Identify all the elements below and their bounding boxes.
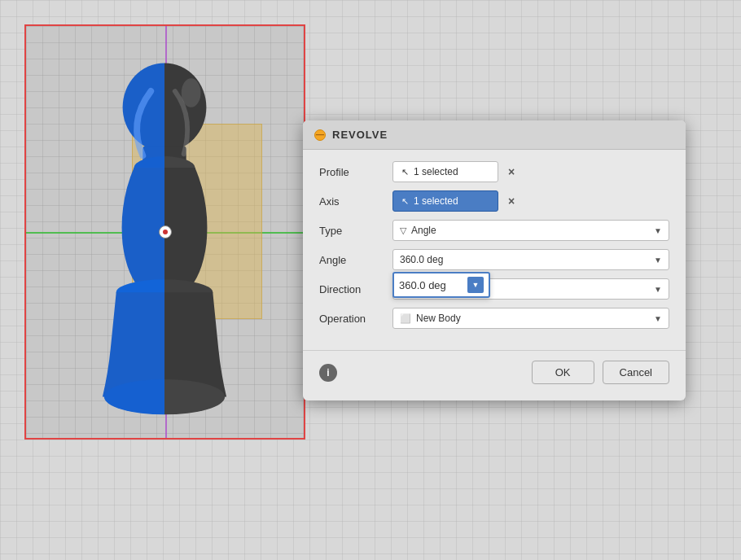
- ok-button[interactable]: OK: [532, 361, 594, 384]
- angle-label: Angle: [319, 254, 392, 266]
- angle-popup-value: 360.0 deg: [399, 279, 464, 291]
- type-label: Type: [319, 225, 392, 237]
- direction-label: Direction: [319, 283, 392, 295]
- info-icon: i: [327, 367, 329, 378]
- angle-input-value: 360.0 deg: [400, 254, 443, 265]
- angle-field: 360.0 deg ▼: [392, 249, 669, 270]
- operation-dropdown-value: New Body: [416, 313, 461, 324]
- axis-row: Axis ↖ 1 selected ×: [319, 190, 669, 212]
- axis-label: Axis: [319, 195, 392, 208]
- cone-icon: ▽: [400, 225, 406, 236]
- svg-point-7: [123, 63, 207, 151]
- svg-point-12: [182, 78, 201, 107]
- profile-field: ↖ 1 selected ×: [392, 161, 669, 182]
- footer-buttons: OK Cancel: [532, 361, 669, 384]
- angle-popup-arrow-icon[interactable]: ▼: [467, 277, 484, 293]
- cursor-active-icon: ↖: [401, 196, 409, 207]
- operation-dropdown-left: ⬜ New Body: [400, 313, 461, 324]
- center-dot: [163, 230, 168, 234]
- type-dropdown[interactable]: ▽ Angle ▼: [392, 220, 669, 241]
- profile-label: Profile: [319, 166, 392, 178]
- profile-clear-button[interactable]: ×: [503, 164, 520, 180]
- axis-clear-button[interactable]: ×: [503, 193, 520, 209]
- operation-field: ⬜ New Body ▼: [392, 308, 669, 329]
- axis-field: ↖ 1 selected ×: [392, 190, 669, 212]
- angle-input-arrow-icon: ▼: [654, 256, 662, 265]
- minimize-icon: —: [316, 130, 324, 139]
- info-button[interactable]: i: [319, 364, 337, 382]
- type-field: ▽ Angle ▼: [392, 220, 669, 241]
- profile-select-value: 1 selected: [414, 166, 458, 177]
- dialog-title: REVOLVE: [332, 129, 388, 141]
- profile-row: Profile ↖ 1 selected ×: [319, 161, 669, 182]
- dialog-body: Profile ↖ 1 selected × Axis ↖ 1 selected…: [303, 150, 686, 342]
- svg-point-11: [104, 379, 225, 414]
- profile-select-button[interactable]: ↖ 1 selected: [392, 161, 498, 182]
- revolve-dialog: — REVOLVE Profile ↖ 1 selected × Axis ↖ …: [303, 120, 686, 400]
- cylinder-icon: ⬜: [400, 313, 411, 324]
- direction-row: Direction 🔶 One Side ▼: [319, 278, 669, 300]
- cursor-icon: ↖: [401, 167, 409, 177]
- minimize-button[interactable]: —: [314, 129, 326, 141]
- operation-dropdown-arrow-icon: ▼: [654, 314, 662, 323]
- dialog-footer: i OK Cancel: [303, 350, 686, 387]
- angle-input[interactable]: 360.0 deg ▼: [392, 249, 669, 270]
- operation-label: Operation: [319, 313, 392, 325]
- operation-dropdown[interactable]: ⬜ New Body ▼: [392, 308, 669, 329]
- angle-row: Angle 360.0 deg ▼ 360.0 deg ▼: [319, 249, 669, 270]
- type-dropdown-left: ▽ Angle: [400, 225, 436, 236]
- viewport: [24, 24, 305, 440]
- dialog-header: — REVOLVE: [303, 120, 686, 150]
- angle-dropdown-popup[interactable]: 360.0 deg ▼: [392, 272, 490, 298]
- type-row: Type ▽ Angle ▼: [319, 220, 669, 241]
- axis-select-value: 1 selected: [414, 195, 458, 207]
- cancel-button[interactable]: Cancel: [603, 361, 669, 384]
- type-dropdown-arrow-icon: ▼: [654, 226, 662, 235]
- type-dropdown-value: Angle: [411, 225, 436, 236]
- operation-row: Operation ⬜ New Body ▼: [319, 308, 669, 329]
- axis-select-button[interactable]: ↖ 1 selected: [392, 190, 498, 212]
- direction-dropdown-arrow-icon: ▼: [654, 285, 662, 294]
